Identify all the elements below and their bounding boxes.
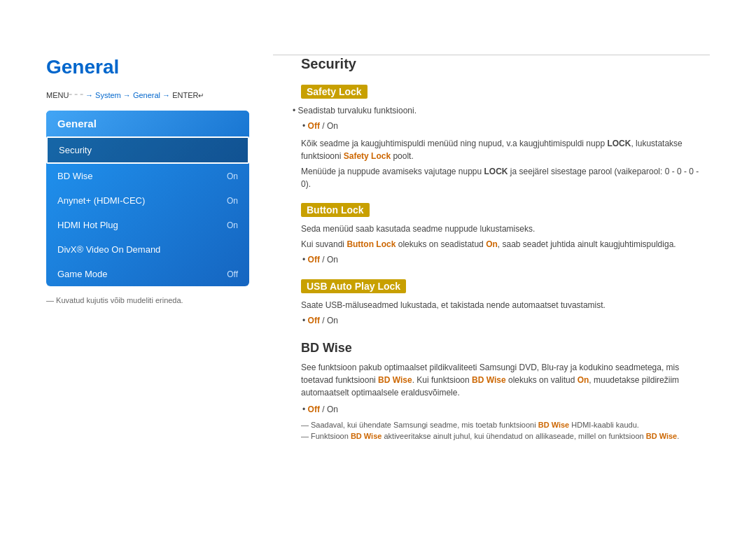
menu-item-value: On <box>227 171 238 181</box>
menu-item-value: On <box>227 220 238 230</box>
safety-lock-desc3: Menüüde ja nuppude avamiseks vajutage nu… <box>301 165 710 190</box>
menu-label: MENU <box>46 91 69 99</box>
menu-item-label: Game Mode <box>57 269 108 279</box>
safety-lock-bullet: Off / On <box>311 120 710 133</box>
crumb-enter: ENTER <box>172 91 198 99</box>
menu-item-label: DivX® Video On Demand <box>57 244 160 255</box>
usb-autoplay-desc: Saate USB-mäluseadmed lukustada, et taki… <box>301 299 710 311</box>
crumb-system: System <box>95 91 121 99</box>
bd-wise-bullet: Off / On <box>311 403 710 416</box>
divider <box>273 55 710 55</box>
menu-item-anynet[interactable]: Anynet+ (HDMI-CEC) On <box>46 188 249 213</box>
button-lock-bullet: Off / On <box>311 253 710 267</box>
bd-wise-desc: See funktsioon pakub optimaalset pildikv… <box>301 361 710 399</box>
subsection-safety-lock: Safety Lock Seadistab turvaluku funktsio… <box>301 85 710 190</box>
off-label: Off <box>308 405 320 414</box>
menu-item-label: HDMI Hot Plug <box>57 220 118 230</box>
menu-item-label: Security <box>59 145 92 155</box>
menu-item-label: BD Wise <box>57 171 93 181</box>
menu-header: General <box>46 111 249 136</box>
subsection-bd-wise: BD Wise See funktsioon pakub optimaalset… <box>301 341 710 440</box>
menu-item-gamemode[interactable]: Game Mode Off <box>46 262 249 286</box>
menu-item-value: Off <box>227 269 238 279</box>
menu-item-security[interactable]: Security <box>46 136 249 164</box>
button-lock-desc1: Seda menüüd saab kasutada seadme nuppude… <box>301 223 710 235</box>
breadcrumb: MENU⁻ ⁻ ⁻ → System → General → ENTER↵ <box>46 91 256 99</box>
page-title: General <box>46 56 256 78</box>
menu-container: General Security BD Wise On Anynet+ (HDM… <box>46 111 249 286</box>
usb-autoplay-title: USB Auto Play Lock <box>301 279 406 293</box>
panel-note: Kuvatud kujutis võib mudeliti erineda. <box>46 296 256 304</box>
right-panel: Security Safety Lock Seadistab turvaluku… <box>301 56 710 453</box>
menu-item-divx[interactable]: DivX® Video On Demand <box>46 237 249 262</box>
arrow3: → <box>162 91 172 99</box>
on-label: On <box>327 405 338 414</box>
bd-wise-title: BD Wise <box>301 341 710 356</box>
menu-item-label: Anynet+ (HDMI-CEC) <box>57 195 145 206</box>
button-lock-title: Button Lock <box>301 203 370 217</box>
safety-lock-desc1: Seadistab turvaluku funktsiooni. <box>301 104 710 117</box>
off-label: Off <box>308 121 320 131</box>
bd-wise-note1: Saadaval, kui ühendate Samsungi seadme, … <box>301 421 710 429</box>
section-title: Security <box>301 56 710 72</box>
on-label: On <box>327 316 338 325</box>
arrow1: → <box>85 91 95 99</box>
subsection-usb-autoplay: USB Auto Play Lock Saate USB-mäluseadmed… <box>301 279 710 328</box>
on-label: On <box>327 255 338 265</box>
menu-item-bdwise[interactable]: BD Wise On <box>46 164 249 188</box>
safety-lock-desc2: Kõik seadme ja kaugjuhtimispuldi menüüd … <box>301 137 710 162</box>
menu-item-value: On <box>227 196 238 206</box>
subsection-button-lock: Button Lock Seda menüüd saab kasutada se… <box>301 203 710 267</box>
safety-lock-title: Safety Lock <box>301 85 368 99</box>
crumb-general: General <box>133 91 160 99</box>
on-label: On <box>327 121 338 131</box>
arrow2: → <box>123 91 133 99</box>
usb-autoplay-bullet: Off / On <box>311 314 710 328</box>
left-panel: General MENU⁻ ⁻ ⁻ → System → General → E… <box>46 56 256 304</box>
button-lock-desc2: Kui suvandi Button Lock olekuks on seadi… <box>301 238 710 251</box>
off-label: Off <box>308 255 320 265</box>
menu-item-hdmi-hotplug[interactable]: HDMI Hot Plug On <box>46 213 249 237</box>
off-label: Off <box>308 316 320 325</box>
bd-wise-note2: Funktsioon BD Wise aktiveeritakse ainult… <box>301 432 710 440</box>
